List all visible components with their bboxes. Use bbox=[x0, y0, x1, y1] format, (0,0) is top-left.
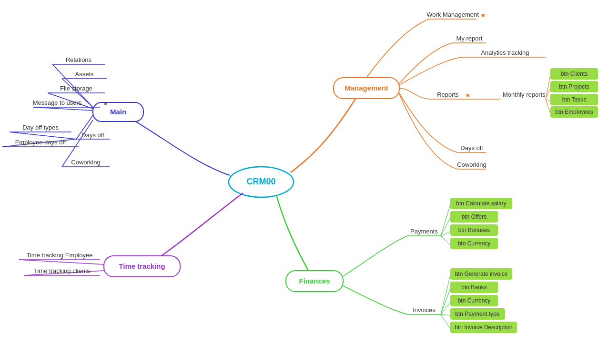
main-item-dayofftypes: Day off types bbox=[22, 124, 59, 131]
main-item-filestorage: File storage bbox=[60, 85, 92, 92]
btn-offers[interactable]: btn Offers bbox=[462, 213, 486, 220]
svg-line-30 bbox=[546, 99, 550, 113]
main-node-label: Main bbox=[110, 108, 126, 116]
btn-projects[interactable]: btn Projects bbox=[559, 83, 589, 90]
svg-line-58 bbox=[441, 314, 450, 329]
mgmt-item-analyticstracking: Analytics tracking bbox=[481, 49, 529, 56]
mgmt-item-workmanagement: Work Management bbox=[426, 11, 479, 18]
btn-employees[interactable]: btn Employees bbox=[555, 109, 593, 115]
mgmt-item-coworking: Coworking bbox=[457, 161, 486, 168]
main-item-relations: Relations bbox=[66, 56, 92, 63]
fin-invoices-label: Invoices bbox=[413, 306, 436, 313]
mindmap: CRM00 Main Relations Assets File storage… bbox=[0, 0, 608, 364]
tt-item-employee: Time tracking Employee bbox=[27, 252, 93, 259]
main-item-messageusers: Message to users bbox=[33, 99, 82, 106]
mgmt-item-myreport: My report bbox=[456, 35, 483, 42]
btn-currency-payments[interactable]: btn Currency bbox=[458, 240, 491, 247]
svg-line-12 bbox=[10, 132, 76, 139]
btn-generate-invoice[interactable]: btn Generate invoice bbox=[455, 271, 508, 277]
workmanagement-menu-icon[interactable]: ≡ bbox=[481, 12, 485, 19]
finances-node-label: Finances bbox=[299, 277, 330, 285]
svg-line-56 bbox=[441, 314, 450, 315]
btn-clients[interactable]: btn Clients bbox=[561, 71, 588, 77]
mgmt-item-reports: Reports bbox=[437, 91, 459, 98]
svg-line-47 bbox=[441, 236, 450, 245]
btn-invoice-description[interactable]: btn Invoice Description bbox=[455, 324, 512, 331]
svg-line-26 bbox=[546, 88, 550, 99]
btn-payment-type[interactable]: btn Payment type bbox=[455, 311, 500, 317]
management-node-label: Management bbox=[345, 84, 388, 92]
fin-payments-label: Payments bbox=[410, 228, 438, 235]
btn-currency-invoices[interactable]: btn Currency bbox=[458, 297, 491, 304]
main-item-assets: Assets bbox=[75, 71, 94, 78]
mgmt-item-daysoff: Days off bbox=[460, 144, 483, 152]
btn-bonuses[interactable]: btn Bonuses bbox=[458, 227, 490, 233]
main-item-employeedaysoff: Employee days off bbox=[15, 139, 66, 146]
timetracking-node-label: Time tracking bbox=[119, 262, 165, 270]
svg-line-24 bbox=[546, 75, 550, 99]
svg-line-35 bbox=[19, 260, 104, 264]
tt-item-clients: Time tracking clients bbox=[34, 267, 90, 274]
mgmt-item-monthlyreports: Monthly reports bbox=[503, 91, 546, 98]
btn-tasks[interactable]: btn Tasks bbox=[562, 96, 586, 103]
svg-line-8 bbox=[33, 107, 93, 111]
center-label: CRM00 bbox=[246, 177, 275, 186]
btn-banks[interactable]: btn Banks bbox=[461, 284, 486, 291]
svg-line-52 bbox=[441, 289, 450, 314]
btn-calculate-salary[interactable]: btn Calculate salary bbox=[456, 200, 506, 207]
main-item-coworking: Coworking bbox=[71, 159, 100, 166]
reports-menu-icon[interactable]: ≡ bbox=[466, 92, 470, 99]
message-menu-icon[interactable]: ≡ bbox=[104, 100, 108, 107]
